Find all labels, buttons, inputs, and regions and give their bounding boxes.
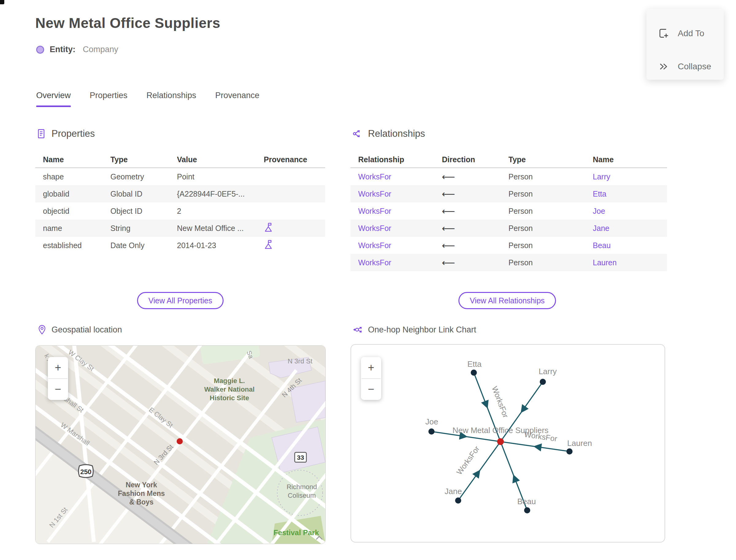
rel-name-link[interactable]: Larry [585,172,667,181]
graph-node-lauren[interactable] [566,448,573,455]
add-to-label: Add To [678,29,704,38]
collapse-label: Collapse [678,62,711,71]
link-chart-icon [353,324,363,335]
page-title: New Metal Office Suppliers [35,15,220,31]
geospatial-section-header: Geospatial location [37,324,122,335]
table-row: name String New Metal Office ... [35,220,325,237]
provenance-flag-icon[interactable] [264,239,273,250]
graph-node-etta[interactable] [471,370,477,376]
entity-overview-page: New Metal Office Suppliers Entity: Compa… [0,0,736,560]
direction-arrow: ⟵ [434,206,501,217]
col-type: Type [501,155,585,164]
actions-panel: Add To Collapse [646,9,724,80]
map-zoom-in-button[interactable]: + [48,357,68,378]
poi-label: Richmond [286,483,317,491]
link-chart[interactable]: WorksFor WorksFor WorksFor Etta Larry Jo… [351,344,665,543]
rel-name-link[interactable]: Jane [585,224,667,233]
rel-name-link[interactable]: Joe [585,207,667,216]
relationships-table-header: Relationship Direction Type Name [351,152,667,168]
col-direction: Direction [434,155,501,164]
properties-table-header: Name Type Value Provenance [35,152,325,168]
relationships-section-header: Relationships [352,128,425,139]
map-pin-icon [37,324,47,335]
col-provenance: Provenance [256,155,325,164]
view-all-relationships-button[interactable]: View All Relationships [458,292,556,309]
relationships-icon [352,128,363,139]
tab-relationships[interactable]: Relationships [147,91,196,107]
col-name: Name [585,155,667,164]
chart-zoom-out-button[interactable]: − [361,379,381,400]
poi-label: Historic Site [210,394,249,402]
relationship-link[interactable]: WorksFor [351,241,434,250]
prop-type: Global ID [103,190,169,198]
prop-value: 2014-01-23 [169,241,256,250]
direction-arrow: ⟵ [434,171,501,182]
table-row: WorksFor ⟵ Person Beau [351,237,667,254]
rel-type: Person [501,207,585,216]
rel-name-link[interactable]: Lauren [585,258,667,267]
edge-label: WorksFor [490,385,510,419]
collapse-button[interactable]: Collapse [658,61,711,72]
poi-label: Festival Park [274,528,319,537]
rel-type: Person [501,241,585,250]
poi-label: Fashion Mens [118,489,165,497]
map[interactable]: k Rd Sa W Clay St arshall St W Marshall … [35,345,326,544]
relationship-link[interactable]: WorksFor [351,172,434,181]
prop-name: objectid [35,207,103,216]
graph-node-jane[interactable] [455,497,461,504]
entity-type-row: Entity: Company [36,45,118,54]
graph-node-larry[interactable] [540,379,546,385]
prop-value: New Metal Office ... [169,224,256,233]
rel-name-link[interactable]: Beau [585,241,667,250]
prop-type: Object ID [103,207,169,216]
edge-label: WorksFor [455,444,481,476]
entity-value: Company [83,45,118,54]
table-row: WorksFor ⟵ Person Jane [351,220,667,237]
provenance-flag-icon[interactable] [264,222,273,232]
link-chart-section-title: One-hop Neighbor Link Chart [368,325,476,335]
map-zoom-out-button[interactable]: − [48,379,68,400]
relationship-link[interactable]: WorksFor [351,190,434,198]
tab-provenance[interactable]: Provenance [215,91,259,107]
chevrons-right-icon [658,61,670,72]
link-chart-section-header: One-hop Neighbor Link Chart [353,324,476,335]
poi-label: Walker National [204,385,255,393]
graph-node-center[interactable] [497,438,504,445]
tab-bar: Overview Properties Relationships Proven… [36,91,259,107]
rel-type: Person [501,190,585,198]
tab-overview[interactable]: Overview [36,91,71,107]
relationships-section-title: Relationships [368,128,425,139]
chart-zoom-in-button[interactable]: + [361,357,381,378]
table-row: WorksFor ⟵ Person Etta [351,185,667,202]
prop-value: 2 [169,207,256,216]
table-row: globalid Global ID {A228944F-0EF5-... [35,185,325,202]
col-value: Value [169,155,256,164]
map-zoom-control: + − [48,357,68,400]
graph-node-beau[interactable] [524,507,530,513]
relationship-link[interactable]: WorksFor [351,207,434,216]
prop-value: {A228944F-0EF5-... [169,190,256,198]
node-label: Beau [517,497,536,506]
col-relationship: Relationship [351,155,434,164]
node-label: Lauren [567,439,592,448]
node-label: Larry [539,367,557,376]
graph-node-joe[interactable] [428,428,435,435]
table-row: shape Geometry Point [35,168,325,185]
table-row: WorksFor ⟵ Person Lauren [351,254,667,271]
entity-label: Entity: [50,45,75,54]
relationship-link[interactable]: WorksFor [351,258,434,267]
prop-value: Point [169,172,256,181]
add-to-button[interactable]: Add To [658,28,704,39]
col-type: Type [103,155,169,164]
poi-label: Maggie L. [214,377,245,385]
view-all-properties-button[interactable]: View All Properties [137,292,224,309]
route-shield-250: 250 [79,465,93,478]
entity-location-marker[interactable] [177,438,183,444]
rel-name-link[interactable]: Etta [585,190,667,198]
relationship-link[interactable]: WorksFor [351,224,434,233]
properties-icon [36,128,47,139]
prop-type: Date Only [103,241,169,250]
direction-arrow: ⟵ [434,189,501,199]
tab-properties[interactable]: Properties [90,91,128,107]
svg-text:33: 33 [297,454,304,461]
